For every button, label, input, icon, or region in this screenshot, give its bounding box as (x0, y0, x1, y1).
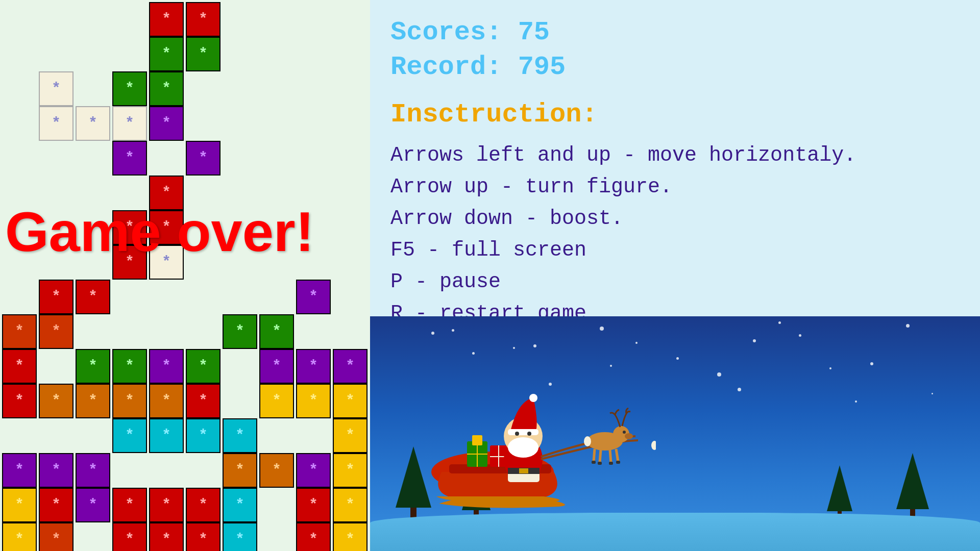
block: * (333, 488, 368, 522)
block: * (2, 384, 37, 418)
svg-point-32 (584, 436, 591, 446)
block: * (2, 522, 37, 551)
block: * (149, 106, 184, 141)
block: * (39, 488, 74, 522)
block: * (112, 418, 147, 453)
block: * (76, 349, 110, 384)
christmas-scene (370, 316, 980, 551)
block: * (223, 418, 257, 453)
block: * (259, 314, 294, 349)
block: * (223, 453, 257, 488)
block: * (333, 384, 368, 418)
block: * (186, 2, 220, 37)
block: * (259, 384, 294, 418)
block: * (76, 384, 110, 418)
block: * (149, 37, 184, 71)
svg-point-22 (625, 433, 633, 439)
game-board: ****************************************… (0, 0, 370, 551)
svg-point-16 (515, 432, 519, 436)
block: * (186, 141, 220, 176)
block: * (39, 453, 74, 488)
svg-line-24 (594, 449, 595, 462)
block: * (186, 418, 220, 453)
block: * (39, 280, 74, 314)
svg-rect-28 (592, 461, 596, 464)
block: * (186, 488, 220, 522)
block: * (296, 280, 331, 314)
block: * (39, 106, 74, 141)
block: * (333, 453, 368, 488)
instruction-title: Insctruction: (390, 99, 960, 130)
santa-svg (401, 370, 656, 523)
block: * (39, 314, 74, 349)
record-display: Record: 795 (390, 50, 960, 85)
block: * (76, 488, 110, 522)
block: * (112, 488, 147, 522)
svg-point-23 (623, 431, 626, 434)
game-over-text: Game over! (5, 199, 314, 264)
block: * (76, 453, 110, 488)
svg-point-17 (527, 432, 531, 436)
block: * (296, 349, 331, 384)
block: * (333, 522, 368, 551)
block: * (223, 522, 257, 551)
block: * (296, 453, 331, 488)
block: * (223, 314, 257, 349)
svg-rect-31 (616, 461, 620, 464)
svg-rect-13 (508, 429, 538, 435)
svg-rect-19 (519, 468, 528, 473)
block: * (39, 71, 74, 106)
block: * (333, 418, 368, 453)
block: * (112, 141, 147, 176)
info-panel: Scores: 75 Record: 795 Insctruction: Arr… (370, 0, 980, 316)
block: * (76, 280, 110, 314)
block: * (39, 522, 74, 551)
block: * (186, 384, 220, 418)
block: * (112, 106, 147, 141)
scores-display: Scores: 75 (390, 15, 960, 50)
block: * (2, 314, 37, 349)
block: * (149, 71, 184, 106)
block: * (2, 488, 37, 522)
block: * (149, 488, 184, 522)
block: * (112, 71, 147, 106)
block: * (112, 384, 147, 418)
svg-point-15 (508, 437, 538, 458)
block: * (333, 349, 368, 384)
right-panel: Scores: 75 Record: 795 Insctruction: Arr… (370, 0, 980, 551)
svg-point-45 (651, 441, 656, 450)
block: * (186, 37, 220, 71)
svg-line-27 (616, 449, 618, 462)
block: * (223, 488, 257, 522)
block: * (112, 349, 147, 384)
svg-rect-29 (598, 462, 602, 465)
svg-rect-30 (609, 462, 613, 465)
block: * (296, 522, 331, 551)
svg-line-26 (610, 450, 611, 463)
block: * (39, 384, 74, 418)
board-grid: ****************************************… (0, 0, 370, 551)
block: * (2, 453, 37, 488)
block: * (76, 106, 110, 141)
block: * (149, 522, 184, 551)
block: * (186, 349, 220, 384)
block: * (259, 453, 294, 488)
block: * (112, 522, 147, 551)
svg-point-14 (529, 394, 537, 402)
block: * (259, 349, 294, 384)
block: * (149, 349, 184, 384)
block: * (296, 384, 331, 418)
block: * (149, 2, 184, 37)
block: * (2, 349, 37, 384)
block: * (149, 384, 184, 418)
block: * (186, 522, 220, 551)
svg-line-25 (600, 450, 601, 463)
block: * (296, 488, 331, 522)
block: * (149, 418, 184, 453)
